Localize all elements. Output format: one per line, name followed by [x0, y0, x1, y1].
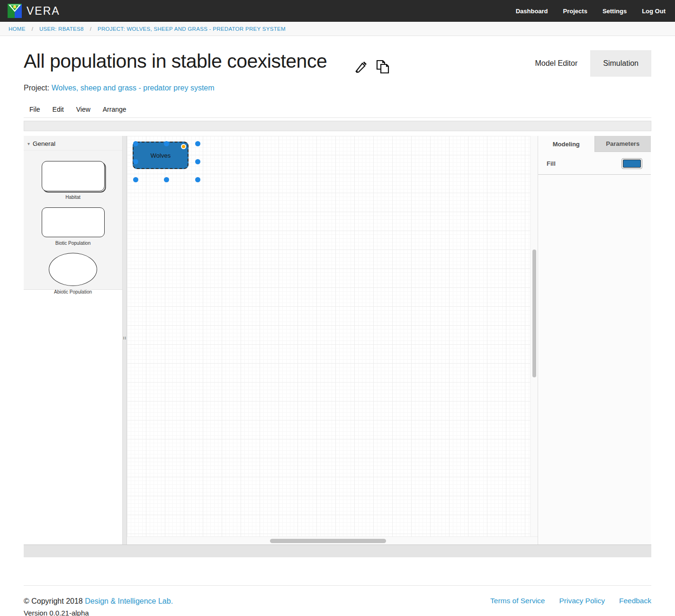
palette-section-header[interactable]: ▾ General: [24, 136, 122, 151]
shape-label: Habitat: [65, 195, 81, 200]
shape-label: Biotic Population: [55, 241, 91, 246]
menubar: File Edit View Arrange: [24, 103, 651, 118]
copyright-line: © Copyright 2018 Design & Intelligence L…: [24, 596, 173, 607]
selection-handle[interactable]: [133, 141, 138, 146]
resizer-grip-icon: II: [123, 336, 126, 340]
page-header: All populations in stable coexistence Mo…: [24, 50, 651, 77]
menu-arrange[interactable]: Arrange: [103, 106, 126, 113]
simulation-button[interactable]: Simulation: [590, 50, 651, 77]
breadcrumb-home[interactable]: HOME: [9, 26, 26, 32]
nav-projects[interactable]: Projects: [563, 8, 587, 15]
view-toggle: Model Editor Simulation: [522, 50, 651, 77]
selection-handle[interactable]: [164, 141, 169, 146]
editor-area: ▾ General Habitat Biotic Population Abio…: [24, 136, 651, 545]
horizontal-scrollbar[interactable]: [127, 536, 538, 545]
inspector-tabs: Modeling Parameters: [538, 136, 651, 152]
breadcrumb-project[interactable]: PROJECT: WOLVES, SHEEP AND GRASS - PREDA…: [98, 26, 286, 32]
canvas-column: Wolves: [127, 136, 538, 545]
palette-shape-biotic-population[interactable]: Biotic Population: [24, 200, 122, 246]
nav-settings[interactable]: Settings: [603, 8, 627, 15]
selection-handle[interactable]: [195, 159, 200, 164]
selection-handle[interactable]: [133, 177, 138, 182]
selection-handle[interactable]: [133, 159, 138, 164]
selection-handle[interactable]: [195, 177, 200, 182]
palette-section-label: General: [33, 140, 55, 147]
fill-label: Fill: [547, 160, 556, 167]
breadcrumb-separator: /: [90, 26, 91, 32]
tab-modeling[interactable]: Modeling: [538, 136, 594, 152]
habitat-shape-icon[interactable]: [42, 161, 105, 191]
copy-icon[interactable]: [375, 59, 390, 75]
breadcrumb-separator: /: [32, 26, 33, 32]
menu-view[interactable]: View: [76, 106, 90, 113]
page-footer: © Copyright 2018 Design & Intelligence L…: [24, 585, 651, 616]
privacy-policy-link[interactable]: Privacy Policy: [559, 597, 604, 605]
nav-links: Dashboard Projects Settings Log Out: [516, 8, 667, 15]
project-label: Project:: [24, 84, 49, 92]
brand[interactable]: VERA: [8, 4, 60, 18]
version-text: Version 0.0.21-alpha: [24, 607, 173, 616]
top-navbar: VERA Dashboard Projects Settings Log Out: [0, 0, 675, 22]
horizontal-scrollbar-thumb[interactable]: [270, 539, 386, 543]
shape-palette: ▾ General Habitat Biotic Population Abio…: [24, 136, 122, 290]
shape-label: Abiotic Population: [54, 289, 92, 295]
menu-file[interactable]: File: [29, 106, 40, 113]
copyright-text: © Copyright 2018: [24, 597, 85, 605]
feedback-link[interactable]: Feedback: [619, 597, 651, 605]
node-label: Wolves: [151, 152, 171, 159]
fill-color-swatch: [623, 160, 641, 168]
palette-column: ▾ General Habitat Biotic Population Abio…: [24, 136, 122, 545]
breadcrumb-user[interactable]: USER: RBATES8: [39, 26, 84, 32]
selection-handle[interactable]: [195, 141, 200, 146]
edit-pencil-icon[interactable]: [354, 60, 369, 74]
terms-of-service-link[interactable]: Terms of Service: [490, 597, 545, 605]
nav-dashboard[interactable]: Dashboard: [516, 8, 548, 15]
vera-logo-icon: [8, 4, 22, 18]
menu-edit[interactable]: Edit: [53, 106, 64, 113]
inspector-panel: Modeling Parameters Fill: [538, 136, 651, 545]
toolbar-strip: [24, 121, 651, 131]
vertical-scrollbar[interactable]: [530, 136, 538, 536]
project-link[interactable]: Wolves, sheep and grass - predator prey …: [52, 84, 215, 92]
brand-name[interactable]: VERA: [27, 5, 60, 18]
model-canvas[interactable]: Wolves: [127, 136, 530, 536]
panel-resizer[interactable]: II: [122, 136, 127, 545]
abiotic-population-shape-icon[interactable]: [49, 253, 97, 286]
biotic-population-shape-icon[interactable]: [42, 207, 105, 237]
nav-logout[interactable]: Log Out: [642, 8, 666, 15]
model-editor-button[interactable]: Model Editor: [522, 50, 590, 77]
node-wolves[interactable]: Wolves: [133, 142, 189, 169]
tab-parameters[interactable]: Parameters: [594, 136, 651, 152]
fill-color-picker[interactable]: [621, 158, 642, 169]
fill-property-row: Fill: [538, 153, 651, 175]
node-marker-dot: [181, 144, 186, 149]
collapse-triangle-icon: ▾: [27, 141, 30, 146]
page-title: All populations in stable coexistence: [24, 50, 327, 72]
selection-handle[interactable]: [164, 177, 169, 182]
vertical-scrollbar-thumb[interactable]: [532, 250, 536, 377]
bottom-status-strip: [24, 545, 651, 557]
breadcrumb: HOME / USER: RBATES8 / PROJECT: WOLVES, …: [0, 22, 675, 36]
palette-shape-habitat[interactable]: Habitat: [24, 151, 122, 200]
lab-link[interactable]: Design & Intelligence Lab.: [85, 597, 173, 605]
footer-links: Terms of Service Privacy Policy Feedback: [490, 596, 651, 605]
palette-shape-abiotic-population[interactable]: Abiotic Population: [24, 246, 122, 295]
project-line: Project: Wolves, sheep and grass - preda…: [24, 84, 651, 92]
